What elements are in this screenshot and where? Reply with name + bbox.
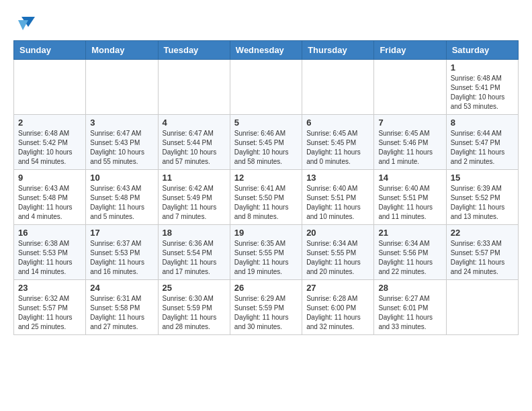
day-info: Sunrise: 6:32 AM Sunset: 5:57 PM Dayligh… bbox=[18, 294, 81, 332]
calendar-table: SundayMondayTuesdayWednesdayThursdayFrid… bbox=[13, 40, 519, 335]
day-info: Sunrise: 6:31 AM Sunset: 5:58 PM Dayligh… bbox=[90, 294, 153, 332]
calendar-cell bbox=[14, 60, 86, 115]
calendar-cell: 28Sunrise: 6:27 AM Sunset: 6:01 PM Dayli… bbox=[374, 280, 446, 335]
day-number: 28 bbox=[378, 283, 441, 293]
calendar-cell: 18Sunrise: 6:36 AM Sunset: 5:54 PM Dayli… bbox=[158, 225, 230, 280]
day-number: 5 bbox=[234, 118, 298, 128]
calendar-week-5: 23Sunrise: 6:32 AM Sunset: 5:57 PM Dayli… bbox=[14, 280, 519, 335]
weekday-header-thursday: Thursday bbox=[302, 41, 374, 60]
day-number: 2 bbox=[18, 118, 81, 128]
day-number: 21 bbox=[378, 228, 441, 238]
day-number: 17 bbox=[90, 228, 153, 238]
calendar-cell: 16Sunrise: 6:38 AM Sunset: 5:53 PM Dayli… bbox=[14, 225, 86, 280]
calendar-week-4: 16Sunrise: 6:38 AM Sunset: 5:53 PM Dayli… bbox=[14, 225, 519, 280]
logo bbox=[13, 13, 35, 34]
calendar-cell: 27Sunrise: 6:28 AM Sunset: 6:00 PM Dayli… bbox=[302, 280, 374, 335]
calendar-week-1: 1Sunrise: 6:48 AM Sunset: 5:41 PM Daylig… bbox=[14, 60, 519, 115]
weekday-header-wednesday: Wednesday bbox=[230, 41, 302, 60]
day-number: 23 bbox=[18, 283, 81, 293]
calendar-cell: 9Sunrise: 6:43 AM Sunset: 5:48 PM Daylig… bbox=[14, 170, 86, 225]
weekday-header-sunday: Sunday bbox=[14, 41, 86, 60]
day-info: Sunrise: 6:47 AM Sunset: 5:44 PM Dayligh… bbox=[163, 129, 226, 167]
day-info: Sunrise: 6:44 AM Sunset: 5:47 PM Dayligh… bbox=[451, 129, 514, 167]
day-number: 27 bbox=[306, 283, 369, 293]
day-number: 22 bbox=[451, 228, 514, 238]
logo-icon bbox=[15, 13, 35, 34]
day-number: 14 bbox=[378, 173, 441, 183]
day-info: Sunrise: 6:45 AM Sunset: 5:46 PM Dayligh… bbox=[378, 129, 441, 167]
svg-marker-1 bbox=[18, 20, 28, 30]
day-number: 7 bbox=[378, 118, 441, 128]
day-info: Sunrise: 6:34 AM Sunset: 5:55 PM Dayligh… bbox=[306, 239, 369, 277]
day-number: 15 bbox=[451, 173, 514, 183]
day-info: Sunrise: 6:47 AM Sunset: 5:43 PM Dayligh… bbox=[90, 129, 153, 167]
calendar-cell: 26Sunrise: 6:29 AM Sunset: 5:59 PM Dayli… bbox=[230, 280, 302, 335]
calendar-cell: 5Sunrise: 6:46 AM Sunset: 5:45 PM Daylig… bbox=[230, 115, 302, 170]
day-info: Sunrise: 6:34 AM Sunset: 5:56 PM Dayligh… bbox=[378, 239, 441, 277]
day-info: Sunrise: 6:43 AM Sunset: 5:48 PM Dayligh… bbox=[18, 184, 81, 222]
weekday-header-friday: Friday bbox=[374, 41, 446, 60]
day-info: Sunrise: 6:28 AM Sunset: 6:00 PM Dayligh… bbox=[306, 294, 369, 332]
calendar-cell: 2Sunrise: 6:48 AM Sunset: 5:42 PM Daylig… bbox=[14, 115, 86, 170]
calendar-cell: 7Sunrise: 6:45 AM Sunset: 5:46 PM Daylig… bbox=[374, 115, 446, 170]
day-number: 20 bbox=[306, 228, 369, 238]
calendar-cell: 19Sunrise: 6:35 AM Sunset: 5:55 PM Dayli… bbox=[230, 225, 302, 280]
calendar-cell: 21Sunrise: 6:34 AM Sunset: 5:56 PM Dayli… bbox=[374, 225, 446, 280]
calendar-cell bbox=[302, 60, 374, 115]
calendar-cell bbox=[86, 60, 158, 115]
day-number: 11 bbox=[163, 173, 226, 183]
day-number: 25 bbox=[163, 283, 226, 293]
day-number: 19 bbox=[234, 228, 298, 238]
day-number: 13 bbox=[306, 173, 369, 183]
day-number: 9 bbox=[18, 173, 81, 183]
day-number: 10 bbox=[90, 173, 153, 183]
day-info: Sunrise: 6:29 AM Sunset: 5:59 PM Dayligh… bbox=[234, 294, 298, 332]
day-info: Sunrise: 6:45 AM Sunset: 5:45 PM Dayligh… bbox=[306, 129, 369, 167]
day-info: Sunrise: 6:35 AM Sunset: 5:55 PM Dayligh… bbox=[234, 239, 298, 277]
day-info: Sunrise: 6:46 AM Sunset: 5:45 PM Dayligh… bbox=[234, 129, 298, 167]
day-info: Sunrise: 6:30 AM Sunset: 5:59 PM Dayligh… bbox=[163, 294, 226, 332]
calendar-cell: 12Sunrise: 6:41 AM Sunset: 5:50 PM Dayli… bbox=[230, 170, 302, 225]
calendar-cell: 10Sunrise: 6:43 AM Sunset: 5:48 PM Dayli… bbox=[86, 170, 158, 225]
day-info: Sunrise: 6:40 AM Sunset: 5:51 PM Dayligh… bbox=[378, 184, 441, 222]
calendar-cell: 15Sunrise: 6:39 AM Sunset: 5:52 PM Dayli… bbox=[446, 170, 518, 225]
day-info: Sunrise: 6:38 AM Sunset: 5:53 PM Dayligh… bbox=[18, 239, 81, 277]
calendar-cell bbox=[374, 60, 446, 115]
day-number: 16 bbox=[18, 228, 81, 238]
calendar-cell: 3Sunrise: 6:47 AM Sunset: 5:43 PM Daylig… bbox=[86, 115, 158, 170]
day-info: Sunrise: 6:48 AM Sunset: 5:42 PM Dayligh… bbox=[18, 129, 81, 167]
day-info: Sunrise: 6:33 AM Sunset: 5:57 PM Dayligh… bbox=[451, 239, 514, 277]
day-number: 26 bbox=[234, 283, 298, 293]
calendar-cell: 20Sunrise: 6:34 AM Sunset: 5:55 PM Dayli… bbox=[302, 225, 374, 280]
day-info: Sunrise: 6:37 AM Sunset: 5:53 PM Dayligh… bbox=[90, 239, 153, 277]
calendar-cell bbox=[230, 60, 302, 115]
day-number: 18 bbox=[163, 228, 226, 238]
calendar-cell bbox=[446, 280, 518, 335]
calendar-cell: 25Sunrise: 6:30 AM Sunset: 5:59 PM Dayli… bbox=[158, 280, 230, 335]
calendar-cell: 24Sunrise: 6:31 AM Sunset: 5:58 PM Dayli… bbox=[86, 280, 158, 335]
weekday-header-monday: Monday bbox=[86, 41, 158, 60]
day-number: 6 bbox=[306, 118, 369, 128]
day-info: Sunrise: 6:48 AM Sunset: 5:41 PM Dayligh… bbox=[451, 74, 514, 111]
day-info: Sunrise: 6:41 AM Sunset: 5:50 PM Dayligh… bbox=[234, 184, 298, 222]
page-header bbox=[13, 13, 519, 34]
day-number: 12 bbox=[234, 173, 298, 183]
day-number: 1 bbox=[451, 62, 514, 73]
calendar-cell: 22Sunrise: 6:33 AM Sunset: 5:57 PM Dayli… bbox=[446, 225, 518, 280]
calendar-cell: 14Sunrise: 6:40 AM Sunset: 5:51 PM Dayli… bbox=[374, 170, 446, 225]
day-info: Sunrise: 6:36 AM Sunset: 5:54 PM Dayligh… bbox=[163, 239, 226, 277]
calendar-cell: 23Sunrise: 6:32 AM Sunset: 5:57 PM Dayli… bbox=[14, 280, 86, 335]
calendar-cell: 13Sunrise: 6:40 AM Sunset: 5:51 PM Dayli… bbox=[302, 170, 374, 225]
calendar-week-2: 2Sunrise: 6:48 AM Sunset: 5:42 PM Daylig… bbox=[14, 115, 519, 170]
day-info: Sunrise: 6:42 AM Sunset: 5:49 PM Dayligh… bbox=[163, 184, 226, 222]
day-number: 4 bbox=[163, 118, 226, 128]
day-number: 3 bbox=[90, 118, 153, 128]
day-info: Sunrise: 6:27 AM Sunset: 6:01 PM Dayligh… bbox=[378, 294, 441, 332]
weekday-header-row: SundayMondayTuesdayWednesdayThursdayFrid… bbox=[14, 41, 519, 60]
day-info: Sunrise: 6:40 AM Sunset: 5:51 PM Dayligh… bbox=[306, 184, 369, 222]
weekday-header-saturday: Saturday bbox=[446, 41, 518, 60]
calendar-cell: 1Sunrise: 6:48 AM Sunset: 5:41 PM Daylig… bbox=[446, 60, 518, 115]
calendar-cell: 8Sunrise: 6:44 AM Sunset: 5:47 PM Daylig… bbox=[446, 115, 518, 170]
calendar-cell bbox=[158, 60, 230, 115]
calendar-cell: 17Sunrise: 6:37 AM Sunset: 5:53 PM Dayli… bbox=[86, 225, 158, 280]
